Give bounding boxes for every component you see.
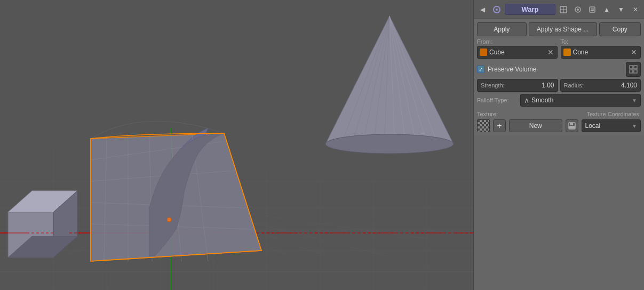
texture-coordinates-section-label: Texture Coordinates: [587,111,641,117]
apply-button[interactable]: Apply [477,22,527,36]
action-buttons-row: Apply Apply as Shape ... Copy [477,22,641,36]
strength-field[interactable]: Strength: 1.00 [477,79,558,92]
view-icon-button[interactable] [571,3,584,16]
from-object-field[interactable]: Cube ✕ [477,46,558,59]
panel-header: ◀ Warp [474,0,644,19]
radius-value: 4.100 [586,82,637,89]
texture-header: Texture: Texture Coordinates: [477,111,641,117]
svg-rect-84 [569,126,575,128]
move-up-button[interactable]: ▲ [600,3,613,16]
falloff-type-label: Falloff Type: [477,97,517,103]
svg-rect-78 [630,66,633,69]
to-object-name: Cone [573,49,628,56]
from-object-name: Cube [489,49,544,56]
move-down-button[interactable]: ▼ [615,3,627,16]
render-icon-button[interactable] [557,3,570,16]
texture-coordinates-select[interactable]: Local ▼ [582,119,641,132]
to-label: To: [561,38,641,45]
preserve-volume-row: ✓ Preserve Volume [477,62,641,77]
radius-label: Radius: [564,82,584,88]
svg-point-69 [496,9,498,11]
strength-label: Strength: [481,82,505,88]
falloff-type-value: Smooth [531,96,630,104]
texture-section-label: Texture: [477,111,498,117]
apply-shape-button[interactable]: Apply as Shape ... [529,22,597,36]
svg-rect-80 [630,70,633,73]
svg-rect-75 [590,7,595,12]
strength-radius-row: Strength: 1.00 Radius: 4.100 [477,79,641,92]
modifier-title: Warp [505,4,555,15]
svg-rect-76 [591,9,594,10]
panel-extra-space [474,135,644,290]
from-col: From: Cube ✕ [477,38,558,59]
svg-point-55 [167,218,171,222]
3d-viewport[interactable] [0,0,473,290]
scene [0,0,473,290]
svg-rect-83 [570,123,573,125]
preserve-volume-label: Preserve Volume [488,66,536,73]
close-button[interactable]: ✕ [629,3,642,16]
strength-value: 1.00 [507,82,554,89]
to-object-icon [563,49,571,56]
preserve-volume-checkbox[interactable]: ✓ [477,66,484,73]
panel-collapse-button[interactable]: ◀ [476,3,489,16]
from-label: From: [477,38,558,45]
texture-add-button[interactable]: + [493,119,506,132]
modifier-icon-button[interactable] [490,3,503,16]
copy-button[interactable]: Copy [599,22,641,36]
falloff-smooth-icon: ∧ [524,96,529,104]
panel-content: Apply Apply as Shape ... Copy From: Cube… [474,19,644,135]
grid-pattern-icon [626,62,641,77]
svg-point-44 [325,134,454,154]
settings-icon-button[interactable] [586,3,599,16]
falloff-type-select[interactable]: ∧ Smooth ▼ [520,94,641,107]
svg-rect-77 [591,10,594,11]
right-panel: ◀ Warp [473,0,644,290]
svg-rect-81 [634,70,637,73]
radius-field[interactable]: Radius: 4.100 [560,79,641,92]
to-object-field[interactable]: Cone ✕ [561,46,641,59]
app: ◀ Warp [0,0,644,290]
falloff-row: Falloff Type: ∧ Smooth ▼ [477,94,641,107]
falloff-dropdown-arrow: ▼ [632,98,637,103]
svg-rect-79 [634,66,637,69]
from-clear-button[interactable]: ✕ [546,49,555,56]
texture-new-button[interactable]: New [509,119,562,132]
texture-row: + New Local ▼ [477,119,641,132]
texture-coordinates-value: Local [585,122,630,130]
from-object-icon [480,49,487,56]
from-to-row: From: Cube ✕ To: Cone ✕ [477,38,641,59]
texture-save-button[interactable] [566,119,578,132]
texture-checker-icon [477,119,490,132]
to-col: To: Cone ✕ [561,38,641,59]
svg-point-74 [577,9,579,11]
tex-coords-dropdown-arrow: ▼ [632,123,637,129]
texture-new-label: New [529,122,542,130]
to-clear-button[interactable]: ✕ [630,49,638,56]
